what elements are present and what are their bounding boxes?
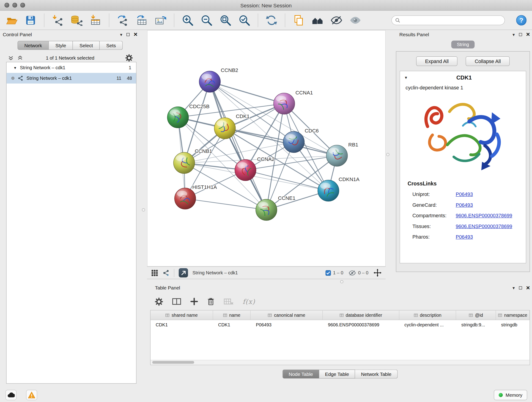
network-node-CCNA1[interactable] [273,93,295,114]
network-node-CDC6[interactable] [283,131,304,153]
function-builder-fx-icon: f(x) [243,298,255,305]
column-header-shared-name[interactable]: shared name [151,311,213,320]
network-node-CCNB1[interactable] [173,152,195,173]
hide-details-button[interactable] [330,13,343,27]
zoom-fit-button[interactable] [219,13,232,27]
control-tab-style[interactable]: Style [49,41,73,50]
table-options-gear-icon[interactable] [155,298,163,306]
tab-edge-table[interactable]: Edge Table [319,370,355,379]
memory-button[interactable]: Memory [494,390,527,400]
zoom-window-button[interactable] [20,3,25,7]
table-row[interactable]: CDK1CDK1P064939606.ENSP00000378699cyclin… [151,320,530,330]
cloud-status-button[interactable] [6,390,17,400]
network-node-CCNB2[interactable] [199,71,220,92]
zoom-out-button[interactable] [201,13,213,27]
tab-node-table[interactable]: Node Table [283,370,319,379]
search-input[interactable] [403,17,501,23]
tree-expander-icon[interactable]: ▾ [14,65,16,70]
refresh-view-button[interactable] [265,13,278,27]
search-box[interactable] [392,15,505,25]
open-file-button[interactable] [6,13,18,27]
column-header--id[interactable]: @id [456,311,496,320]
network-graph[interactable]: CCNB2CCNA1CDC25BCDK1CDC6RB1CCNB1CCNA2CDK… [147,31,385,266]
hidden-eye-slash-icon[interactable] [348,270,356,275]
column-header-description[interactable]: description [399,311,456,320]
export-image-button[interactable] [154,13,167,27]
crosslink-value-link[interactable]: P06493 [456,191,473,197]
float-panel-icon[interactable] [519,286,522,289]
splitter-handle[interactable] [142,208,145,211]
column-header-name[interactable]: name [213,311,251,320]
network-node-CDC25B[interactable] [167,107,189,128]
grid-view-icon[interactable] [151,269,158,276]
selected-checkbox-icon[interactable] [325,270,331,275]
network-node-CDK1[interactable] [214,118,235,139]
network-view-canvas[interactable]: CCNB2CCNA1CDC25BCDK1CDC6RB1CCNB1CCNA2CDK… [147,30,386,267]
network-edge-CCNB2-CCNA1[interactable] [210,82,284,104]
float-panel-icon[interactable] [519,33,522,36]
warnings-button[interactable] [26,390,37,400]
float-panel-icon[interactable] [127,33,130,36]
crosslink-value-link[interactable]: P06493 [456,202,473,207]
panel-menu-icon[interactable]: ▾ [513,286,515,290]
pan-crosshair-icon[interactable] [374,269,382,277]
scrollbar-thumb[interactable] [152,361,194,364]
open-in-new-window-button[interactable] [179,268,188,278]
node-label-CDKN1A: CDKN1A [339,177,360,182]
control-tab-select[interactable]: Select [73,41,100,50]
network-edge-HIST1H1A-CCNE1[interactable] [185,198,266,210]
import-network-file-button[interactable] [51,13,64,27]
tab-string[interactable]: String [451,41,475,49]
import-table-file-button[interactable] [89,13,102,27]
network-overview-icon[interactable] [163,269,170,276]
network-collection-row[interactable]: ▾ String Network – cdk1 1 [7,62,136,73]
panel-menu-icon[interactable]: ▾ [513,32,515,37]
close-panel-icon[interactable]: × [526,32,530,37]
tab-network-table[interactable]: Network Table [355,370,398,379]
splitter-handle[interactable] [386,153,389,156]
show-columns-icon[interactable] [172,298,181,305]
network-row-selected[interactable]: String Network – cdk1 11 48 [7,73,136,84]
expand-all-button[interactable]: Expand All [416,56,457,66]
crosslink-value-link[interactable]: 9606.ENSP00000378699 [456,213,512,218]
home-icon [311,15,324,25]
import-network-database-button[interactable] [70,13,83,27]
zoom-in-button[interactable] [181,13,194,27]
close-window-button[interactable] [5,3,9,7]
network-edge-CCNB2-CCNE1[interactable] [210,82,266,210]
zoom-selected-button[interactable] [238,13,251,27]
network-options-gear-icon[interactable] [126,54,133,62]
network-node-CCNE1[interactable] [256,199,277,220]
collapse-all-button[interactable]: Collapse All [466,56,510,66]
collapse-section-icon[interactable]: ▾ [405,75,407,80]
new-table-button[interactable] [135,13,148,27]
column-header-canonical-name[interactable]: canonical name [251,311,323,320]
crosslink-value-link[interactable]: 9606.ENSP00000378699 [456,223,512,229]
minimize-window-button[interactable] [12,3,17,7]
add-column-plus-icon[interactable] [190,298,198,305]
collection-count: 1 [129,65,131,70]
delete-column-trash-icon[interactable] [207,298,215,306]
crosslink-value-link[interactable]: P06493 [456,234,473,240]
control-tab-sets[interactable]: Sets [100,41,123,50]
copy-document-button[interactable] [293,13,305,27]
show-details-button[interactable] [349,13,361,27]
network-node-CCNA2[interactable] [235,160,256,181]
panel-menu-icon[interactable]: ▾ [120,32,122,37]
home-button[interactable] [311,13,324,27]
control-tab-network[interactable]: Network [17,41,49,50]
table-horizontal-scrollbar[interactable] [151,360,530,365]
splitter-handle[interactable] [340,280,343,283]
network-node-RB1[interactable] [326,145,348,166]
collection-label: String Network – cdk1 [20,65,65,70]
screen: Session: New Session [0,0,532,402]
close-panel-icon[interactable]: × [133,32,138,37]
help-button[interactable]: ? [516,15,526,25]
network-node-CDKN1A[interactable] [318,180,339,201]
new-network-button[interactable] [117,13,129,27]
column-header-database-identifier[interactable]: database identifier [323,311,399,320]
save-session-button[interactable] [25,13,37,27]
close-panel-icon[interactable]: × [526,285,530,291]
network-node-HIST1H1A[interactable] [175,188,196,209]
column-header-namespace[interactable]: namespace [496,311,530,320]
